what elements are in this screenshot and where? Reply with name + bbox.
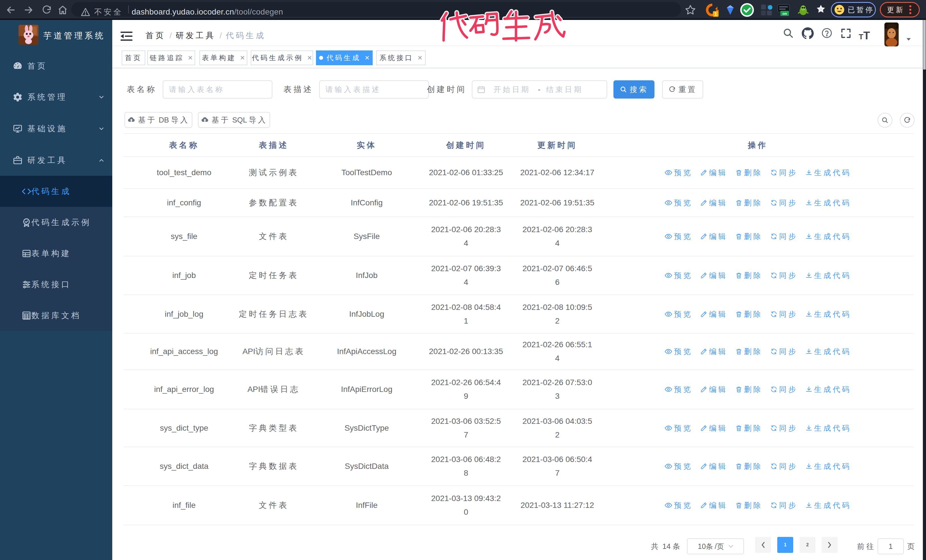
svg-text:on: on [782, 11, 787, 16]
svg-text:1: 1 [714, 12, 717, 17]
